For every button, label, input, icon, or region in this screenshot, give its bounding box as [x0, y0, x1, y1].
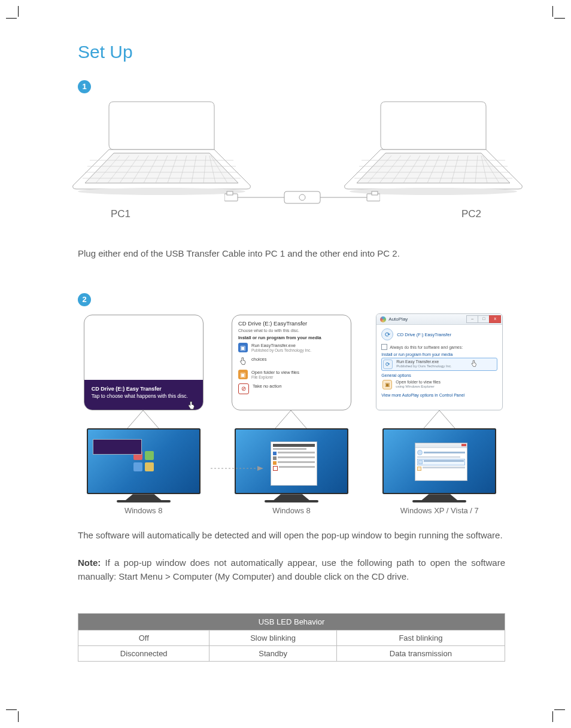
- crop-mark-icon: [6, 704, 24, 722]
- autoplay-run-sub: Published by Ours Technology Inc.: [396, 364, 451, 368]
- step2-col3: AutoPlay –□x ⟳ CD Drive (F:) EasyTransfe…: [374, 313, 505, 515]
- opt-choices: choices: [251, 357, 266, 362]
- window-buttons: –□x: [467, 315, 501, 323]
- maximize-icon: □: [478, 315, 490, 323]
- dashed-arrow-icon: [211, 463, 265, 469]
- step2-col1: CD Drive (E:) Easy Transfer Tap to choos…: [78, 315, 209, 515]
- crop-mark-icon: [547, 704, 565, 722]
- led-table-header: USB LED Behavior: [78, 614, 505, 630]
- monitor-winxp: [382, 428, 496, 502]
- led-r1c1: Off: [78, 630, 209, 646]
- autoplay-opt-run: ⟳ Run Easy Transfer.exe Published by Our…: [381, 358, 497, 371]
- usb-led-table: USB LED Behavior Off Slow blinking Fast …: [78, 613, 505, 662]
- opt-open: Open folder to view files: [251, 370, 299, 375]
- pc1-label: PC1: [111, 208, 130, 220]
- mini-toast-icon: [93, 439, 142, 455]
- led-r2c1: Disconnected: [78, 646, 209, 662]
- os-caption-2: Windows 8: [272, 506, 311, 515]
- toast-title: CD Drive (E:) Easy Transfer: [92, 386, 196, 392]
- crop-mark-icon: [6, 6, 24, 24]
- note-label: Note:: [78, 558, 101, 568]
- os-caption-3: Windows XP / Vista / 7: [400, 506, 479, 515]
- opt-open-sub: File Explorer: [251, 375, 299, 380]
- autoplay-drive: CD Drive (F:) EasyTransfer: [397, 332, 451, 337]
- svg-rect-35: [227, 191, 233, 195]
- autoplay-group2: General options: [381, 373, 497, 377]
- note-body: If a pop-up window does not automaticall…: [78, 558, 505, 581]
- no-action-icon: ⊘: [238, 383, 249, 394]
- minimize-icon: –: [466, 315, 478, 323]
- led-r2c3: Data transmission: [336, 646, 505, 662]
- step-2: 2 CD Drive (E:) Easy Transfer Tap to cho…: [78, 293, 505, 583]
- opt-none: Take no action: [253, 383, 281, 389]
- os-caption-1: Windows 8: [124, 506, 163, 515]
- callout-line-icon: [439, 410, 440, 428]
- folder-icon: ▣: [382, 380, 392, 389]
- autoplay-group1: Install or run program from your media: [381, 352, 497, 357]
- popup-header: CD Drive (E:) EasyTransfer: [238, 320, 345, 327]
- step2-note: Note: If a pop-up window does not automa…: [78, 556, 505, 584]
- cd-drive-icon: ⟳: [381, 328, 393, 340]
- folder-icon: ▣: [238, 370, 248, 379]
- toast-subtitle: Tap to choose what happens with this dis…: [92, 393, 188, 399]
- step-badge-2: 2: [78, 293, 91, 306]
- step1-figure: PC1 PC2: [78, 96, 505, 233]
- led-r1c3: Fast blinking: [336, 630, 505, 646]
- svg-rect-41: [372, 191, 378, 195]
- step-badge-1: 1: [78, 80, 91, 93]
- autoplay-always: Always do this for software and games:: [390, 345, 463, 349]
- led-r1c2: Slow blinking: [209, 630, 336, 646]
- autoplay-opt-open: ▣ Open folder to view files using Window…: [381, 379, 497, 391]
- popup-sub: Choose what to do with this disc.: [238, 328, 345, 333]
- tap-cursor-icon: [470, 360, 478, 368]
- page: Set Up 1: [0, 0, 571, 728]
- autoplay-open-sub: using Windows Explorer: [396, 385, 441, 389]
- tap-cursor-icon: [238, 357, 248, 366]
- step2-col2: CD Drive (E:) EasyTransfer Choose what t…: [226, 315, 357, 515]
- crop-mark-icon: [547, 6, 565, 24]
- callout-line-icon: [143, 410, 144, 428]
- checkbox-icon: [381, 344, 387, 350]
- win8-toast-popup: CD Drive (E:) Easy Transfer Tap to choos…: [84, 315, 204, 410]
- autoplay-open: Open folder to view files: [396, 380, 441, 384]
- pc2-label: PC2: [461, 208, 481, 220]
- autoplay-title: AutoPlay: [388, 316, 408, 322]
- win8-choices-popup: CD Drive (E:) EasyTransfer Choose what t…: [232, 315, 351, 410]
- step1-caption: Plug either end of the USB Transfer Cabl…: [78, 246, 505, 260]
- autoplay-icon: [380, 316, 386, 322]
- led-r2c2: Standby: [209, 646, 336, 662]
- page-title: Set Up: [78, 42, 505, 62]
- svg-point-16: [78, 188, 245, 195]
- close-icon: x: [489, 315, 501, 323]
- autoplay-run: Run Easy Transfer.exe: [396, 360, 439, 364]
- tap-cursor-icon: [186, 400, 197, 410]
- step2-body: The software will automatically be detec…: [78, 528, 505, 542]
- step-1: 1: [78, 80, 505, 260]
- mini-popup-icon: [271, 441, 317, 486]
- mini-autoplay-icon: [415, 443, 467, 481]
- usb-cable-icon: [224, 185, 380, 209]
- opt-run: Run EasyTransfer.exe: [251, 343, 296, 348]
- autoplay-window: AutoPlay –□x ⟳ CD Drive (F:) EasyTransfe…: [376, 313, 503, 410]
- autoplay-more: View more AutoPlay options in Control Pa…: [381, 393, 497, 397]
- monitor-win8a: [87, 428, 201, 502]
- popup-section: Install or run program from your media: [238, 335, 345, 340]
- installer-icon: ▣: [238, 343, 248, 352]
- installer-icon: ⟳: [383, 360, 393, 369]
- opt-run-sub: Published by Ours Technology Inc.: [251, 348, 311, 353]
- callout-line-icon: [291, 410, 291, 428]
- svg-point-38: [299, 194, 305, 200]
